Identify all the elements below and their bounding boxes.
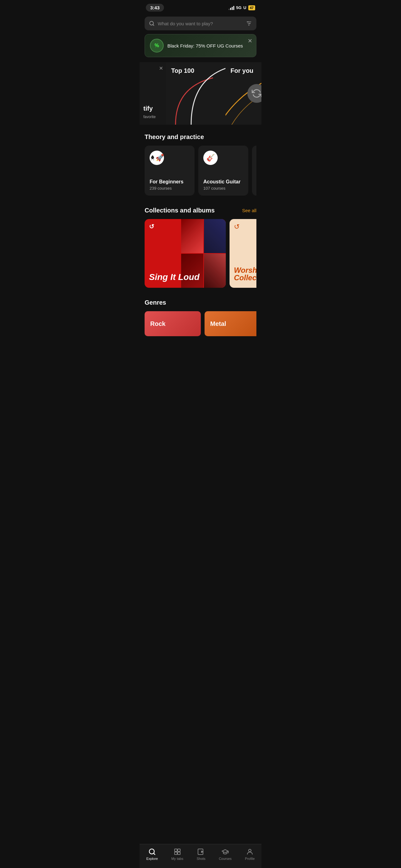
sing-image-3: [181, 254, 203, 288]
signal-bar-3: [232, 7, 233, 10]
partial-card-sublabel: favorite: [143, 115, 156, 119]
sing-image-1: [181, 219, 203, 253]
promo-icon: %: [150, 39, 164, 53]
genre-metal-label: Metal: [210, 320, 226, 328]
theory-card-electric[interactable]: 🎸 Electric Gui... 165 courses: [252, 146, 257, 195]
theory-section: Theory and practice 🚀 For Beginners 239 …: [140, 127, 261, 200]
collection-singitloud[interactable]: ↺ Sing It Loud: [144, 219, 226, 288]
singitloud-title: Sing It Loud: [149, 273, 200, 281]
network-gen: U: [243, 5, 246, 10]
filter-icon[interactable]: [246, 20, 252, 27]
collections-scroll: ↺ Sing It Loud ↺ Worship Collection: [144, 219, 257, 290]
promo-text: Black Friday: 75% OFF UG Courses: [167, 43, 251, 49]
acoustic-count: 107 courses: [203, 186, 243, 191]
singitloud-logo: ↺: [149, 223, 154, 230]
top100-card-label: Top 100: [171, 67, 194, 74]
theory-card-beginners[interactable]: 🚀 For Beginners 239 courses: [144, 146, 195, 195]
rocket-icon: [149, 154, 156, 161]
genres-title: Genres: [144, 299, 257, 306]
promo-percent: %: [155, 43, 159, 49]
battery-level: 47: [248, 5, 255, 10]
collections-title: Collections and albums: [144, 207, 214, 214]
status-time: 3:43: [146, 4, 164, 11]
beginners-name: For Beginners: [149, 179, 190, 185]
acoustic-icon: 🎸: [203, 151, 218, 165]
foryou-card[interactable]: For you: [226, 62, 261, 125]
banner-close-button[interactable]: ✕: [248, 37, 252, 44]
genres-scroll: Rock Metal: [144, 311, 257, 339]
signal-bar-4: [233, 6, 234, 10]
status-bar: 3:43 5G U 47: [140, 0, 261, 14]
sing-image-2: [204, 219, 226, 253]
svg-point-7: [248, 25, 249, 25]
svg-point-6: [250, 23, 250, 24]
partial-card-label: tify: [143, 105, 153, 112]
theory-section-title: Theory and practice: [144, 133, 257, 141]
genre-rock-label: Rock: [150, 320, 166, 328]
playlist-cards-scroll: ✕ tify favorite Top 100: [140, 62, 261, 127]
svg-line-1: [153, 24, 154, 25]
partial-card[interactable]: ✕ tify favorite: [140, 62, 166, 125]
genre-rock[interactable]: Rock: [144, 311, 201, 336]
top100-card[interactable]: Top 100: [166, 62, 226, 125]
collection-worship[interactable]: ↺ Worship Collection: [230, 219, 257, 288]
genre-metal[interactable]: Metal: [205, 311, 257, 336]
worship-title: Worship Collection: [234, 267, 257, 281]
promo-banner[interactable]: % Black Friday: 75% OFF UG Courses ✕: [144, 34, 257, 57]
svg-point-8: [152, 157, 153, 159]
beginners-count: 239 courses: [149, 186, 190, 191]
genres-section: Genres Rock Metal: [140, 293, 261, 341]
theory-card-acoustic[interactable]: 🎸 Acoustic Guitar 107 courses: [198, 146, 248, 195]
signal-bar-2: [230, 8, 231, 10]
search-placeholder: What do you want to play?: [158, 21, 243, 26]
network-label: 5G: [236, 5, 241, 10]
acoustic-name: Acoustic Guitar: [203, 179, 243, 185]
svg-point-5: [248, 22, 248, 22]
see-all-button[interactable]: See all: [242, 208, 257, 213]
signal-bar-1: [229, 9, 230, 10]
foryou-card-label: For you: [231, 67, 253, 74]
beginners-icon: 🚀: [149, 151, 164, 165]
signal-bars: [229, 6, 234, 10]
partial-card-close[interactable]: ✕: [159, 65, 163, 71]
sing-image-4: [204, 254, 226, 288]
theory-cards-scroll: 🚀 For Beginners 239 courses 🎸 Acoustic G…: [144, 146, 257, 198]
collections-section: Collections and albums See all ↺ Sing It…: [140, 200, 261, 293]
search-bar[interactable]: What do you want to play?: [144, 17, 257, 30]
search-icon: [149, 21, 155, 26]
collections-header: Collections and albums See all: [144, 207, 257, 214]
worship-logo: ↺: [234, 223, 239, 231]
status-right: 5G U 47: [229, 5, 255, 10]
